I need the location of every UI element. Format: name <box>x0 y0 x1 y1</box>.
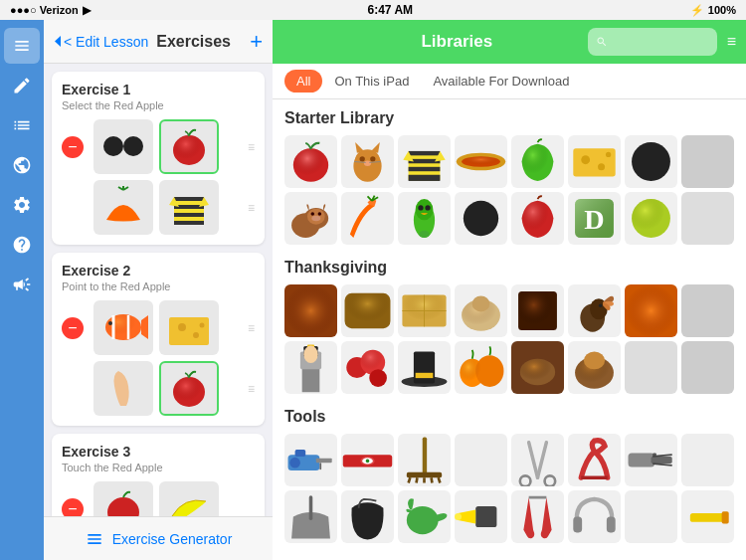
sidebar-icon-announce[interactable] <box>4 267 40 302</box>
svg-rect-7 <box>174 197 204 225</box>
tool-empty2[interactable] <box>681 434 734 486</box>
svg-point-61 <box>419 231 430 238</box>
grid-cell-apple[interactable] <box>284 135 337 188</box>
grid-cell-parrot[interactable] <box>398 192 451 245</box>
grid-cell-black-circle[interactable] <box>625 135 677 188</box>
sidebar-icon-help[interactable] <box>4 227 40 263</box>
svg-point-116 <box>366 460 370 464</box>
svg-rect-134 <box>475 506 496 527</box>
add-button[interactable]: + <box>250 29 263 55</box>
svg-point-45 <box>598 163 605 170</box>
svg-line-123 <box>439 477 441 482</box>
tool-empty3[interactable] <box>625 490 677 543</box>
exercise-2-img-4[interactable] <box>159 361 219 416</box>
tg-turkey-roast[interactable] <box>568 341 621 394</box>
sidebar-icon-book[interactable] <box>4 28 40 64</box>
tool-bag[interactable] <box>341 490 394 543</box>
svg-rect-132 <box>309 495 313 520</box>
grid-cell-green-pepper[interactable] <box>511 135 564 188</box>
sidebar <box>0 20 44 560</box>
grid-cell-empty-2[interactable] <box>681 192 734 245</box>
exercise-1-img-3[interactable] <box>93 180 153 235</box>
tool-watering-can[interactable] <box>398 490 451 543</box>
sidebar-icon-edit[interactable] <box>4 68 40 103</box>
tg-bread[interactable] <box>341 284 394 337</box>
grid-cell-red-pepper[interactable] <box>511 192 564 245</box>
tool-level[interactable] <box>341 434 394 486</box>
list-view-button[interactable]: ≡ <box>727 33 736 51</box>
filter-all[interactable]: All <box>284 70 322 93</box>
sidebar-icon-list[interactable] <box>4 107 40 143</box>
exercise-2-img-3[interactable] <box>93 361 153 416</box>
svg-point-25 <box>293 148 328 182</box>
grid-cell-carrots[interactable] <box>341 192 394 245</box>
tool-empty1[interactable] <box>455 434 507 486</box>
svg-rect-36 <box>409 151 441 155</box>
battery-text: 100% <box>708 4 736 16</box>
tool-chainsaw[interactable] <box>625 434 677 486</box>
search-box[interactable] <box>588 28 717 56</box>
tool-rake[interactable] <box>398 434 451 486</box>
svg-rect-98 <box>416 373 434 378</box>
grid-cell-hotdog[interactable] <box>455 135 507 188</box>
tool-headphones[interactable] <box>568 490 621 543</box>
grid-cell-block-d[interactable]: D <box>568 192 621 245</box>
filter-download[interactable]: Available For Download <box>421 70 581 93</box>
svg-rect-140 <box>722 511 729 523</box>
grid-cell-cat[interactable] <box>341 135 394 188</box>
tg-cracker[interactable] <box>398 284 451 337</box>
tg-turkey-live[interactable] <box>568 284 621 337</box>
exercise-generator-bar[interactable]: Exercise Generator <box>44 516 273 560</box>
exercise-1-img-4[interactable] <box>159 180 219 235</box>
tg-autumn[interactable] <box>625 284 677 337</box>
library-content: Starter Library <box>273 99 746 560</box>
grid-cell-shirt[interactable] <box>398 135 451 188</box>
tg-empty2[interactable] <box>625 341 677 394</box>
svg-rect-118 <box>407 472 442 477</box>
tool-drill[interactable] <box>284 434 337 486</box>
tg-pilgrim[interactable] <box>284 341 337 394</box>
svg-line-120 <box>417 477 418 482</box>
tg-empty3[interactable] <box>681 341 734 394</box>
sidebar-icon-settings[interactable] <box>4 187 40 223</box>
exercise-1-img-2[interactable] <box>159 119 219 174</box>
tg-coffee[interactable] <box>511 284 564 337</box>
svg-rect-138 <box>607 517 616 533</box>
tool-yellow-tool[interactable] <box>681 490 734 543</box>
tg-pumpkins[interactable] <box>455 341 507 394</box>
grid-cell-dog[interactable] <box>284 192 337 245</box>
svg-point-112 <box>289 458 300 468</box>
tool-scissors[interactable] <box>511 434 564 486</box>
tool-pruner[interactable] <box>511 490 564 543</box>
svg-rect-86 <box>302 366 320 393</box>
remove-exercise-1[interactable]: − <box>62 136 84 158</box>
exercise-2-img-1[interactable] <box>93 300 153 355</box>
svg-point-104 <box>520 359 555 386</box>
exercise-3-title: Exercise 3 <box>62 444 255 460</box>
exercise-list: Exercise 1 Select the Red Apple − ≡ <box>44 72 273 546</box>
remove-exercise-2[interactable]: − <box>62 317 84 339</box>
tg-apples[interactable] <box>341 341 394 394</box>
svg-point-47 <box>632 142 670 181</box>
svg-rect-8 <box>174 197 204 201</box>
sidebar-icon-globe[interactable] <box>4 147 40 183</box>
grid-cell-lime[interactable] <box>625 192 677 245</box>
tg-feast[interactable] <box>284 284 337 337</box>
tool-flashlight[interactable] <box>455 490 507 543</box>
tg-empty[interactable] <box>681 284 734 337</box>
grid-cell-black-circle-2[interactable] <box>455 192 507 245</box>
filter-on-ipad[interactable]: On This iPad <box>322 70 421 93</box>
grid-cell-cheese[interactable] <box>568 135 621 188</box>
status-right: ⚡ 100% <box>690 4 736 17</box>
exercise-1-img-1[interactable] <box>93 119 153 174</box>
tg-turkey-cooked[interactable] <box>455 284 507 337</box>
grid-cell-empty-1[interactable] <box>681 135 734 188</box>
exercise-2-img-2[interactable] <box>159 300 219 355</box>
svg-point-30 <box>360 156 365 161</box>
tool-dustpan[interactable] <box>284 490 337 543</box>
exercise-2-row-1: − ≡ <box>62 300 255 355</box>
tg-hat[interactable] <box>398 341 451 394</box>
tg-food-spread[interactable] <box>511 341 564 394</box>
back-button[interactable]: < Edit Lesson <box>54 34 148 50</box>
tool-pliers[interactable] <box>568 434 621 486</box>
